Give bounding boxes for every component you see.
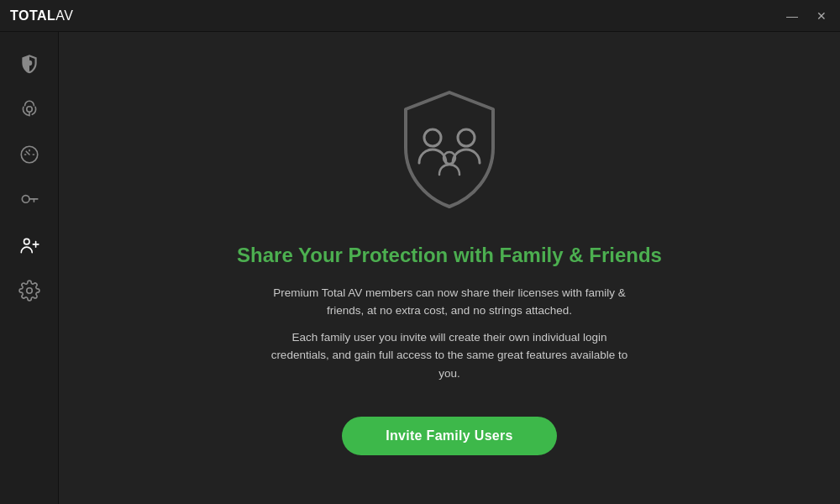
description-paragraph-1: Premium Total AV members can now share t… bbox=[265, 284, 634, 320]
app-logo: TOTAL AV bbox=[10, 8, 74, 24]
main-content: Share Your Protection with Family & Frie… bbox=[59, 32, 840, 504]
brand-bold: TOTAL bbox=[10, 8, 55, 24]
family-shield-illustration bbox=[382, 81, 517, 218]
brand-light: AV bbox=[55, 8, 73, 24]
sidebar-item-password[interactable] bbox=[9, 180, 50, 220]
sidebar-item-webshield[interactable] bbox=[9, 89, 50, 129]
svg-point-5 bbox=[424, 129, 441, 146]
svg-point-0 bbox=[26, 60, 32, 66]
sidebar bbox=[0, 32, 59, 504]
title-bar: TOTAL AV — ✕ bbox=[0, 0, 840, 32]
svg-point-6 bbox=[458, 129, 475, 146]
sidebar-item-settings[interactable] bbox=[9, 270, 50, 311]
page-heading: Share Your Protection with Family & Frie… bbox=[237, 242, 662, 268]
sidebar-item-family[interactable] bbox=[9, 225, 50, 265]
svg-point-3 bbox=[24, 239, 29, 244]
sidebar-item-protection[interactable] bbox=[9, 44, 50, 84]
svg-point-2 bbox=[22, 196, 29, 203]
sidebar-item-tuneup[interactable] bbox=[9, 134, 50, 175]
invite-family-button[interactable]: Invite Family Users bbox=[342, 417, 557, 455]
minimize-button[interactable]: — bbox=[783, 8, 801, 24]
description-paragraph-2: Each family user you invite will create … bbox=[265, 328, 634, 383]
close-button[interactable]: ✕ bbox=[813, 8, 830, 24]
svg-point-4 bbox=[26, 288, 32, 294]
main-layout: Share Your Protection with Family & Frie… bbox=[0, 32, 840, 504]
window-controls: — ✕ bbox=[783, 8, 830, 24]
